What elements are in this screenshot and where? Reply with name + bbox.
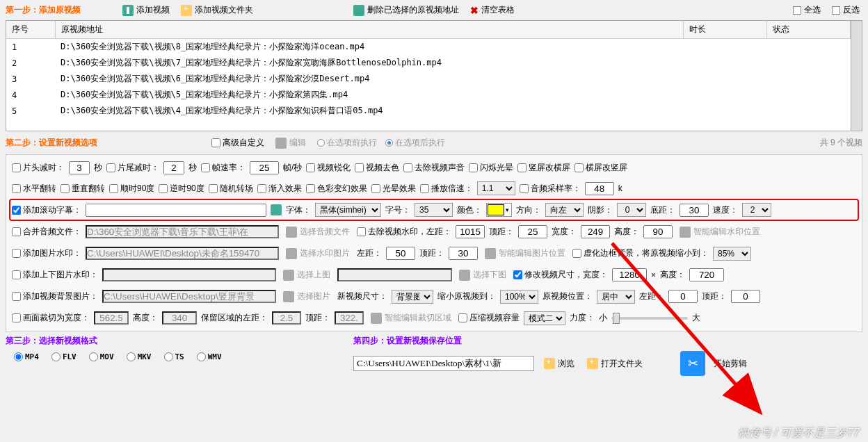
sharpen-checkbox[interactable]: 视频锐化	[306, 162, 351, 174]
smart-wm-button[interactable]: 智能编辑水印位置	[677, 224, 763, 239]
select-bot-img-button[interactable]: 选择下图	[456, 268, 509, 282]
flash-checkbox[interactable]: 闪烁光晕	[469, 162, 513, 174]
col-status[interactable]: 状态	[767, 21, 851, 39]
select-bg-img-button[interactable]: 选择图片	[280, 289, 333, 304]
save-path-input[interactable]	[353, 356, 534, 371]
blur-pct-select[interactable]: 85%	[713, 247, 751, 261]
select-audio-button[interactable]: 选择音频文件	[283, 224, 353, 239]
head-trim-input[interactable]	[69, 161, 90, 174]
audio-path-input[interactable]	[86, 225, 279, 238]
delete-selected-button[interactable]: 删除已选择的原视频地址	[351, 3, 462, 17]
force-slider[interactable]	[611, 317, 688, 320]
wm-width-input[interactable]	[581, 225, 610, 238]
table-row[interactable]: 1D:\360安全浏览器下载\视频\8_国家地理经典纪录片：小探险家海洋ocea…	[6, 39, 851, 56]
table-row[interactable]: 3D:\360安全浏览器下载\视频\6_国家地理经典纪录片：小探险家沙漠Dese…	[6, 71, 851, 87]
invert-selection-button[interactable]: 反选	[829, 3, 862, 17]
ccw90-checkbox[interactable]: 逆时90度	[159, 183, 204, 195]
crop-checkbox[interactable]: 画面裁切为宽度：	[12, 312, 90, 324]
shadow-select[interactable]: 0	[617, 203, 646, 217]
color-picker[interactable]	[486, 203, 512, 217]
mute-checkbox[interactable]: 去除视频声音	[403, 162, 465, 174]
img-top-input[interactable]	[449, 247, 478, 260]
scroll-sub-checkbox[interactable]: 添加滚动字幕：	[12, 204, 81, 216]
desaturate-checkbox[interactable]: 视频去色	[355, 162, 399, 174]
top-img-path-input[interactable]	[102, 268, 276, 281]
col-path[interactable]: 原视频地址	[55, 21, 684, 39]
format-radio-flv[interactable]: FLV	[51, 352, 77, 361]
add-folder-button[interactable]: 添加视频文件夹	[178, 3, 256, 17]
rand-trans-checkbox[interactable]: 随机转场	[209, 183, 253, 195]
speed-checkbox[interactable]: 播放倍速：	[420, 183, 473, 195]
bg-path-input[interactable]	[102, 290, 276, 303]
color-fx-checkbox[interactable]: 色彩变幻效果	[306, 183, 367, 195]
compress-checkbox[interactable]: 压缩视频容量	[458, 312, 520, 324]
table-row[interactable]: 5D:\360安全浏览器下载\视频\4_国家地理经典纪录片：小探险家知识科普口语…	[6, 103, 851, 119]
head-trim-checkbox[interactable]: 片头减时：	[12, 162, 65, 174]
subtitle-icon[interactable]	[271, 204, 282, 215]
resize-w-input[interactable]	[612, 268, 647, 281]
keep-top-input[interactable]	[335, 311, 364, 325]
format-radio-mp4[interactable]: MP4	[14, 352, 39, 361]
vflip-checkbox[interactable]: 垂直翻转	[61, 183, 105, 195]
remove-wm-checkbox[interactable]: 去除视频水印，左距：	[357, 226, 451, 238]
tb-img-wm-checkbox[interactable]: 添加上下图片水印：	[12, 269, 98, 281]
shrink-select[interactable]: 100%	[500, 290, 538, 304]
table-row[interactable]: 2D:\360安全浏览器下载\视频\7_国家地理经典纪录片：小探险家宽吻海豚Bo…	[6, 55, 851, 71]
cw90-checkbox[interactable]: 顺时90度	[109, 183, 154, 195]
img-wm-path-input[interactable]	[86, 247, 279, 260]
browse-button[interactable]: 浏览	[541, 357, 577, 371]
bottom-dist-input[interactable]	[680, 204, 709, 217]
keep-left-input[interactable]	[272, 311, 301, 325]
fps-checkbox[interactable]: 帧速率：	[201, 162, 246, 174]
speed-select[interactable]: 1.1	[477, 181, 515, 195]
col-num[interactable]: 序号	[6, 21, 55, 39]
format-radio-wmv[interactable]: WMV	[197, 352, 222, 361]
bg-img-checkbox[interactable]: 添加视频背景图片：	[12, 290, 98, 302]
bot-img-path-input[interactable]	[337, 268, 452, 281]
h2v-checkbox[interactable]: 横屏改竖屏	[574, 162, 627, 174]
v2h-checkbox[interactable]: 竖屏改横屏	[517, 162, 570, 174]
format-radio-mkv[interactable]: MKV	[127, 352, 152, 361]
exec-after-radio[interactable]: 在选项后执行	[385, 137, 445, 149]
crop-w-input[interactable]	[94, 311, 129, 325]
compress-mode-select[interactable]: 模式二	[524, 311, 565, 325]
advanced-checkbox[interactable]: 高级自定义	[211, 137, 264, 149]
start-button[interactable]: ✂ 开始剪辑	[680, 351, 747, 376]
wm-top-input[interactable]	[518, 225, 547, 238]
subtitle-text-input[interactable]	[86, 204, 266, 217]
resize-checkbox[interactable]: 修改视频尺寸，宽度：	[513, 269, 608, 281]
smart-crop-button[interactable]: 智能编辑裁切区域	[368, 311, 454, 325]
col-duration[interactable]: 时长	[684, 21, 767, 39]
halo-checkbox[interactable]: 光晕效果	[371, 183, 416, 195]
direction-select[interactable]: 向左	[545, 203, 584, 217]
new-size-select[interactable]: 背景图	[392, 290, 433, 304]
fps-input[interactable]	[250, 161, 279, 174]
orig-top-input[interactable]	[731, 290, 760, 303]
scroll-speed-select[interactable]: 2	[742, 203, 771, 217]
img-left-input[interactable]	[386, 247, 415, 260]
audio-rate-checkbox[interactable]: 音频采样率：	[520, 183, 581, 195]
orig-left-input[interactable]	[668, 290, 698, 303]
img-wm-checkbox[interactable]: 添加图片水印：	[12, 247, 81, 259]
tail-trim-checkbox[interactable]: 片尾减时：	[106, 162, 159, 174]
edit-button[interactable]: 编辑	[273, 136, 309, 150]
add-video-button[interactable]: 添加视频	[120, 3, 172, 17]
blur-bg-checkbox[interactable]: 虚化边框背景，将原视频缩小到：	[572, 247, 709, 259]
select-wm-img-button[interactable]: 选择水印图片	[283, 246, 353, 261]
open-folder-button[interactable]: 打开文件夹	[584, 357, 645, 371]
table-scrollbar[interactable]	[851, 21, 862, 131]
wm-left-input[interactable]	[456, 225, 485, 238]
orig-pos-select[interactable]: 居中	[597, 290, 635, 304]
wm-height-input[interactable]	[643, 225, 673, 238]
format-radio-ts[interactable]: TS	[164, 352, 184, 361]
font-size-select[interactable]: 35	[415, 203, 453, 217]
resize-h-input[interactable]	[689, 268, 724, 281]
audio-rate-input[interactable]	[585, 182, 614, 195]
smart-img-button[interactable]: 智能编辑图片位置	[482, 246, 568, 261]
table-row[interactable]: 4D:\360安全浏览器下载\视频\5_国家地理经典纪录片：小探险家第四集.mp…	[6, 87, 851, 103]
format-radio-mov[interactable]: MOV	[89, 352, 114, 361]
select-all-button[interactable]: 全选	[790, 3, 823, 17]
select-top-img-button[interactable]: 选择上图	[280, 268, 333, 282]
exec-before-radio[interactable]: 在选项前执行	[317, 137, 377, 149]
merge-audio-checkbox[interactable]: 合并音频文件：	[12, 226, 81, 238]
